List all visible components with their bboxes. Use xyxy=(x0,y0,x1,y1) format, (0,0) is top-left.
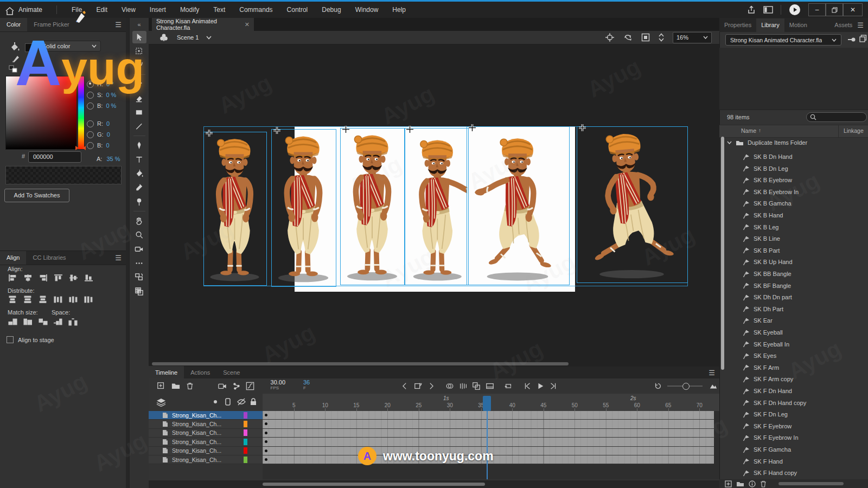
transform-anchor-icon[interactable] xyxy=(342,126,349,133)
align-to-stage-checkbox[interactable] xyxy=(7,336,14,343)
library-item[interactable]: SK F Dn Hand xyxy=(742,385,867,397)
align-5-icon[interactable] xyxy=(84,274,94,282)
rotation-tool-icon[interactable] xyxy=(623,33,633,42)
distribute-4-icon[interactable] xyxy=(68,296,79,304)
library-item[interactable]: SK F Arm copy xyxy=(742,373,867,385)
timeline-zoom-knob[interactable] xyxy=(682,383,690,390)
frame-span-3[interactable] xyxy=(263,429,714,438)
tab-timeline[interactable]: Timeline xyxy=(149,366,184,380)
library-item[interactable]: SK F Hand copy xyxy=(742,467,867,479)
item-properties-icon[interactable] xyxy=(749,480,756,487)
library-item[interactable]: SK Ear xyxy=(742,314,867,326)
timeline-ruler[interactable]: 5101520253035404550556065701s2s xyxy=(263,394,719,412)
onion-skin-icon[interactable] xyxy=(444,381,456,391)
insert-keyframe-icon[interactable] xyxy=(412,381,424,391)
color-row-g-rgb[interactable]: G:0 xyxy=(87,131,125,138)
transform-anchor-icon[interactable] xyxy=(579,124,586,131)
color-row-r-rgb[interactable]: R:0 xyxy=(87,120,125,127)
next-keyframe-icon[interactable] xyxy=(425,381,437,391)
library-item[interactable]: SK B Eyebrow In xyxy=(742,186,867,198)
color-type-dropdown[interactable]: Solid color xyxy=(38,41,101,52)
menu-insert[interactable]: Insert xyxy=(143,6,173,14)
tab-frame-picker[interactable]: Frame Picker xyxy=(27,18,75,31)
library-search-input[interactable] xyxy=(806,112,867,122)
color-radio[interactable] xyxy=(87,102,94,110)
layer-row-1[interactable]: Strong_Kisan_Ch... xyxy=(149,411,263,420)
workspace-icon[interactable] xyxy=(763,6,773,14)
selection-box-4[interactable] xyxy=(404,128,469,285)
library-item[interactable]: SK B Up Hand xyxy=(742,256,867,268)
selection-box-3[interactable] xyxy=(340,128,405,285)
space-1-icon[interactable] xyxy=(68,318,78,326)
restore-button[interactable] xyxy=(826,3,843,16)
frame-span-2[interactable] xyxy=(263,420,714,428)
onion-skin-outline-icon[interactable] xyxy=(457,381,469,391)
distribute-0-icon[interactable] xyxy=(8,296,18,304)
pen-tool[interactable] xyxy=(132,139,146,152)
frame-view-icon[interactable] xyxy=(707,381,719,391)
chevron-down-icon[interactable] xyxy=(727,141,732,144)
distribute-1-icon[interactable] xyxy=(23,296,33,304)
selection-box-6[interactable] xyxy=(577,126,688,283)
share-icon[interactable] xyxy=(747,5,756,14)
library-item[interactable]: SK B Dn Leg xyxy=(742,163,867,175)
layer-color-chip[interactable] xyxy=(244,447,247,454)
library-item[interactable]: SK F Arm xyxy=(742,362,867,374)
library-document-dropdown[interactable]: Strong Kisan Animated Character.fla xyxy=(725,34,841,46)
previous-keyframe-icon[interactable] xyxy=(399,381,411,391)
frame-span-1[interactable] xyxy=(263,411,714,420)
app-menu-animate[interactable]: Animate xyxy=(18,6,42,14)
close-button[interactable]: ✕ xyxy=(843,3,863,16)
color-radio[interactable] xyxy=(87,142,94,149)
library-item[interactable]: SK Eyeball xyxy=(742,326,867,338)
tab-scene[interactable]: Scene xyxy=(216,366,246,380)
frame-span-4[interactable] xyxy=(263,438,714,446)
library-item[interactable]: SK F Dn Leg xyxy=(742,408,867,420)
distribute-2-icon[interactable] xyxy=(38,296,48,304)
color-row-b[interactable]: B:0 % xyxy=(87,102,125,110)
library-item[interactable]: SK Dh Dn part xyxy=(742,291,867,303)
frame-span-5[interactable] xyxy=(263,447,714,455)
step-forward-icon[interactable] xyxy=(547,381,559,391)
library-item[interactable]: SK F Gamcha xyxy=(742,444,867,455)
color-row-h[interactable]: H:0 ° xyxy=(87,80,125,88)
new-library-panel-icon[interactable] xyxy=(859,35,867,42)
menu-control[interactable]: Control xyxy=(280,6,315,14)
edit-multiple-frames-icon[interactable] xyxy=(470,381,482,391)
align-panel-menu-icon[interactable]: ☰ xyxy=(115,254,122,262)
tab-assets[interactable]: Assets xyxy=(829,18,857,32)
lock-layers-icon[interactable] xyxy=(250,398,257,406)
hide-layers-icon[interactable] xyxy=(237,398,246,406)
color-radio[interactable] xyxy=(87,81,94,88)
eraser-tool[interactable] xyxy=(132,92,146,105)
delete-layer-icon[interactable] xyxy=(184,381,196,391)
layer-color-chip[interactable] xyxy=(244,429,247,436)
minimize-button[interactable]: – xyxy=(808,3,826,16)
hex-input[interactable]: 000000 xyxy=(28,151,81,163)
document-tab-close-icon[interactable]: ✕ xyxy=(245,21,250,28)
selection-box-2[interactable] xyxy=(271,129,336,287)
space-0-icon[interactable] xyxy=(53,318,63,326)
layer-row-2[interactable]: Strong_Kisan_Ch... xyxy=(149,420,263,428)
asset-warp-tool[interactable] xyxy=(132,196,146,208)
rectangle-tool[interactable] xyxy=(132,106,146,119)
new-folder-icon[interactable] xyxy=(736,480,744,487)
layer-color-chip[interactable] xyxy=(244,421,247,427)
match-size-1-icon[interactable] xyxy=(23,318,33,326)
layer-row-5[interactable]: Strong_Kisan_Ch... xyxy=(149,447,263,455)
color-radio[interactable] xyxy=(87,120,94,127)
fps-value[interactable]: 30.00 FPS xyxy=(271,379,293,393)
step-back-icon[interactable] xyxy=(521,381,533,391)
align-4-icon[interactable] xyxy=(68,274,79,282)
layer-row-3[interactable]: Strong_Kisan_Ch... xyxy=(149,429,263,438)
library-item[interactable]: SK B Hand xyxy=(742,209,867,221)
color-radio[interactable] xyxy=(87,131,94,138)
graph-editor-icon[interactable] xyxy=(244,381,256,391)
menu-modify[interactable]: Modify xyxy=(173,6,206,14)
layer-color-chip[interactable] xyxy=(244,439,247,445)
swap-colors-tool[interactable] xyxy=(132,271,146,284)
saturation-brightness-picker[interactable] xyxy=(5,76,77,150)
menu-file[interactable]: File xyxy=(65,6,89,14)
layer-row-6[interactable]: Strong_Kisan_Ch... xyxy=(149,455,263,464)
paint-bucket-tool[interactable] xyxy=(132,168,146,180)
